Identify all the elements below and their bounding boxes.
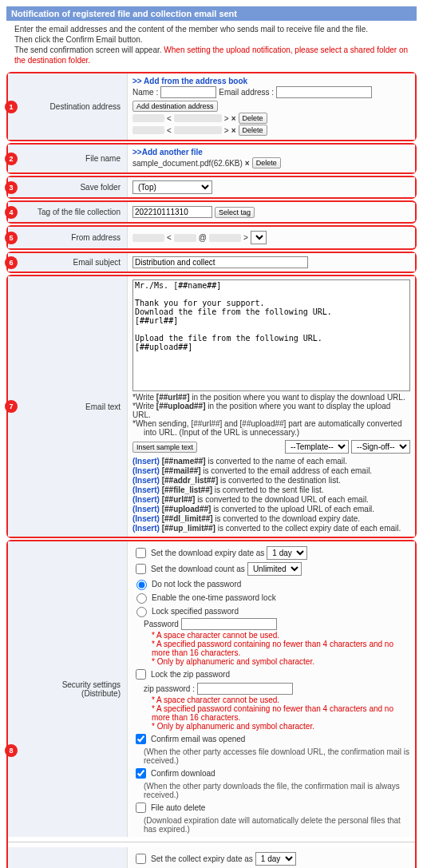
insert-token: [##addr_list##] xyxy=(162,476,219,485)
delete-dest-button[interactable]: Delete xyxy=(239,113,267,124)
spec-label: Lock specified password xyxy=(152,607,239,616)
close-icon[interactable]: × xyxy=(231,126,236,135)
section-save-folder: 3 Save folder (Top) xyxy=(6,176,417,199)
tag-input[interactable] xyxy=(132,206,212,218)
dist-otp-radio[interactable] xyxy=(136,593,147,604)
pwd-rule: * Only by alphanumeric and symbol charac… xyxy=(132,722,410,731)
insert-desc: is converted to the download URL of each… xyxy=(195,495,369,504)
section-from-address: 5 From address < @ > xyxy=(6,225,417,250)
insert-prefix[interactable]: (Insert) xyxy=(132,514,162,523)
section-label: Save folder xyxy=(8,177,128,197)
section-badge: 7 xyxy=(5,400,18,413)
insert-prefix[interactable]: (Insert) xyxy=(132,466,162,475)
auto-delete-check[interactable] xyxy=(136,803,146,813)
insert-desc: is converted to the download expiry date… xyxy=(213,514,361,523)
email-input[interactable] xyxy=(276,86,372,98)
intro-line1: Enter the email addresses and the conten… xyxy=(14,24,409,34)
insert-token-line: (Insert) [##url##] is converted to the d… xyxy=(132,495,410,504)
masked-name xyxy=(132,126,164,134)
close-icon[interactable]: × xyxy=(231,114,236,123)
masked-from xyxy=(209,234,241,242)
section-label: Email subject xyxy=(8,253,128,271)
masked-from xyxy=(174,234,196,242)
intro-line3: The send confirmation screen will appear… xyxy=(14,45,409,65)
hint-auto2: into URL. (Input of the URL is unnecessa… xyxy=(132,428,410,437)
dl-expiry-select[interactable]: 1 day xyxy=(267,546,307,560)
dest-row-2: <> × Delete xyxy=(132,125,410,136)
insert-token-line: (Insert) [##name##] is converted to the … xyxy=(132,457,410,466)
insert-token: [##mail##] xyxy=(162,466,201,475)
zip-lock-label: Lock the zip password xyxy=(151,670,230,679)
insert-prefix[interactable]: (Insert) xyxy=(132,495,162,504)
nolock-label: Do not lock the password xyxy=(152,580,241,589)
insert-token-line: (Insert) [##up_limit##] is converted to … xyxy=(132,524,410,533)
confirm-open-check[interactable] xyxy=(136,734,146,744)
save-folder-select[interactable]: (Top) xyxy=(132,180,212,194)
add-destination-button[interactable]: Add destination address xyxy=(132,101,218,112)
subject-input[interactable] xyxy=(132,256,308,268)
intro-text: Enter the email addresses and the conten… xyxy=(6,21,417,70)
col-expiry-select[interactable]: 1 day xyxy=(255,852,296,866)
insert-token-line: (Insert) [##mail##] is converted to the … xyxy=(132,466,410,475)
section-destination-address: 1 Destination address >> Add from the ad… xyxy=(6,72,417,141)
section-badge: 3 xyxy=(5,181,18,194)
hint-url: *Write [##url##] in the position where y… xyxy=(132,393,410,402)
delete-dest-button[interactable]: Delete xyxy=(239,125,267,136)
lt: < xyxy=(167,233,172,242)
col-expiry-label: Set the collect expiry date as xyxy=(151,854,253,863)
dl-expiry-check[interactable] xyxy=(136,548,146,558)
insert-sample-button[interactable]: Insert sample text xyxy=(132,442,197,453)
section-badge: 1 xyxy=(5,101,18,113)
dist-nolock-radio[interactable] xyxy=(136,580,147,590)
zip-pwd-label: zip password : xyxy=(144,684,195,693)
section-badge: 4 xyxy=(5,206,18,219)
select-tag-button[interactable]: Select tag xyxy=(215,207,255,218)
insert-token: [##up_limit##] xyxy=(162,524,215,533)
insert-token-line: (Insert) [##addr_list##] is converted to… xyxy=(132,476,410,485)
section-label: Destination address xyxy=(8,73,128,140)
insert-desc: is converted to the name of each email. xyxy=(206,457,347,466)
insert-prefix[interactable]: (Insert) xyxy=(132,476,162,485)
dl-count-select[interactable]: Unlimited xyxy=(247,562,302,576)
name-input[interactable] xyxy=(160,86,216,98)
insert-token-line: (Insert) [##upload##] is converted to th… xyxy=(132,505,410,513)
insert-desc: is converted to the email address of eac… xyxy=(201,466,373,475)
confirm-dl-check[interactable] xyxy=(136,768,146,779)
add-from-address-book-link[interactable]: >> Add from the address book xyxy=(132,77,410,85)
template-select[interactable]: --Template-- xyxy=(285,440,349,454)
insert-prefix[interactable]: (Insert) xyxy=(132,524,162,533)
page-title: Notification of registered file and coll… xyxy=(6,6,417,21)
dist-password-input[interactable] xyxy=(181,618,277,630)
section-label: Email text xyxy=(8,276,128,537)
col-expiry-check[interactable] xyxy=(136,854,146,864)
close-icon[interactable]: × xyxy=(245,159,250,168)
section-badge: 5 xyxy=(5,232,18,244)
pwd-rule: * Only by alphanumeric and symbol charac… xyxy=(132,657,410,666)
insert-prefix[interactable]: (Insert) xyxy=(132,457,162,466)
section-email-subject: 6 Email subject xyxy=(6,252,417,273)
signoff-select[interactable]: --Sign-off-- xyxy=(351,440,410,454)
insert-desc: is converted to the collect expiry date … xyxy=(215,524,401,533)
delete-file-button[interactable]: Delete xyxy=(252,157,281,168)
add-another-file-link[interactable]: >>Add another file xyxy=(132,148,410,157)
dist-spec-radio[interactable] xyxy=(136,607,147,617)
insert-prefix[interactable]: (Insert) xyxy=(132,486,162,494)
intro-line2: Then click the Confirm Email button. xyxy=(14,34,409,45)
pwd-rule: * A specified password containing no few… xyxy=(132,640,410,657)
email-body-textarea[interactable]: Mr./Ms. [##name##] Thank you for your su… xyxy=(132,279,410,391)
section-security: 8 Security settings (Distribute) Set the… xyxy=(6,540,417,868)
dl-count-check[interactable] xyxy=(136,564,146,574)
file-entry: sample_document.pdf(62.6KB) xyxy=(132,159,243,168)
zip-lock-check[interactable] xyxy=(136,669,146,680)
insert-token: [##upload##] xyxy=(162,505,212,513)
auto-del-note: (Download expiration date will automatic… xyxy=(132,816,410,834)
dest-row-1: <> × Delete xyxy=(132,113,410,124)
insert-desc: is converted to the destination list. xyxy=(218,476,340,485)
insert-prefix[interactable]: (Insert) xyxy=(132,505,162,513)
from-address-select[interactable] xyxy=(251,231,267,244)
zip-password-input[interactable] xyxy=(197,683,293,695)
insert-desc: is converted to the sent file list. xyxy=(212,486,324,494)
dl-expiry-label: Set the download expiry date as xyxy=(151,549,264,557)
pwd-rule: * A space character cannot be used. xyxy=(132,696,410,704)
pwd-rule: * A space character cannot be used. xyxy=(132,631,410,640)
